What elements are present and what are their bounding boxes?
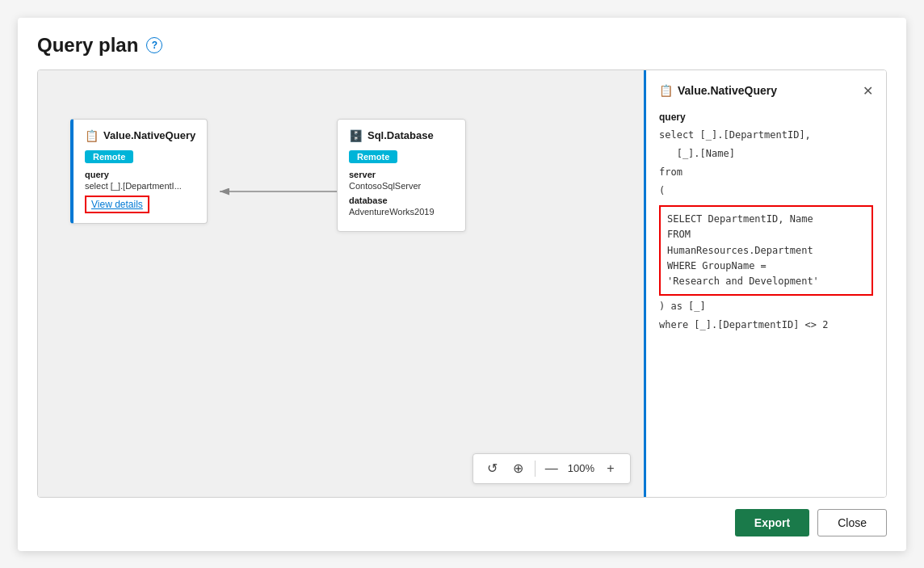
native-query-prop-value: select [_].[DepartmentI... xyxy=(85,181,195,191)
detail-panel: 📋 Value.NativeQuery ✕ query select [_].[… xyxy=(644,70,886,497)
detail-panel-icon: 📋 xyxy=(659,84,673,97)
query-plan-dialog: Query plan ? 📋 Value.NativeQuery Remote … xyxy=(18,18,906,551)
sql-database-title: Sql.Database xyxy=(368,129,434,141)
sql-database-node: 🗄️ Sql.Database Remote server ContosoSql… xyxy=(337,119,466,232)
detail-query-after: ) as [_] xyxy=(659,299,873,314)
detail-panel-header: 📋 Value.NativeQuery ✕ xyxy=(659,83,873,99)
sql-database-value: AdventureWorks2019 xyxy=(349,207,454,217)
native-query-node: 📋 Value.NativeQuery Remote query select … xyxy=(70,119,208,224)
zoom-out-button[interactable]: — xyxy=(542,459,561,478)
sql-server-value: ContosoSqlServer xyxy=(349,181,454,191)
help-icon[interactable]: ? xyxy=(146,37,162,53)
view-details-link[interactable]: View details xyxy=(85,196,149,213)
detail-panel-close-button[interactable]: ✕ xyxy=(863,83,873,99)
detail-query-line-2: [_].[Name] xyxy=(659,146,873,162)
sql-server-label: server xyxy=(349,170,454,179)
canvas-toolbar: ↺ ⊕ — 100% + xyxy=(472,453,631,484)
canvas-area: 📋 Value.NativeQuery Remote query select … xyxy=(38,70,644,497)
sql-database-icon: 🗄️ xyxy=(349,129,363,142)
detail-panel-title: 📋 Value.NativeQuery xyxy=(659,84,777,97)
detail-panel-title-text: Value.NativeQuery xyxy=(678,84,777,97)
sql-database-badge: Remote xyxy=(349,150,397,163)
zoom-in-button[interactable]: + xyxy=(601,459,620,478)
detail-query-last: where [_].[DepartmentID] <> 2 xyxy=(659,318,873,333)
move-button[interactable]: ⊕ xyxy=(509,459,528,478)
dialog-footer: Export Close xyxy=(37,509,887,536)
toolbar-divider xyxy=(535,461,536,477)
close-button[interactable]: Close xyxy=(817,509,887,536)
native-query-icon: 📋 xyxy=(85,129,99,142)
native-query-badge: Remote xyxy=(85,150,133,163)
detail-query-line-3: from xyxy=(659,165,873,180)
export-button[interactable]: Export xyxy=(735,509,809,536)
sql-database-header: 🗄️ Sql.Database xyxy=(349,129,454,142)
dialog-header: Query plan ? xyxy=(37,34,887,57)
zoom-level: 100% xyxy=(568,462,594,474)
dialog-body: 📋 Value.NativeQuery Remote query select … xyxy=(37,69,887,498)
detail-prop-label: query xyxy=(659,111,873,123)
page-title: Query plan xyxy=(37,34,138,57)
undo-button[interactable]: ↺ xyxy=(483,459,502,478)
native-query-title: Value.NativeQuery xyxy=(103,129,195,141)
native-query-prop-label: query xyxy=(85,170,195,179)
detail-query-highlighted: SELECT DepartmentID, Name FROM HumanReso… xyxy=(659,205,873,296)
sql-database-label: database xyxy=(349,196,454,205)
detail-query-line-1: select [_].[DepartmentID], xyxy=(659,128,873,143)
native-query-header: 📋 Value.NativeQuery xyxy=(85,129,195,142)
detail-query-line-4: ( xyxy=(659,183,873,199)
